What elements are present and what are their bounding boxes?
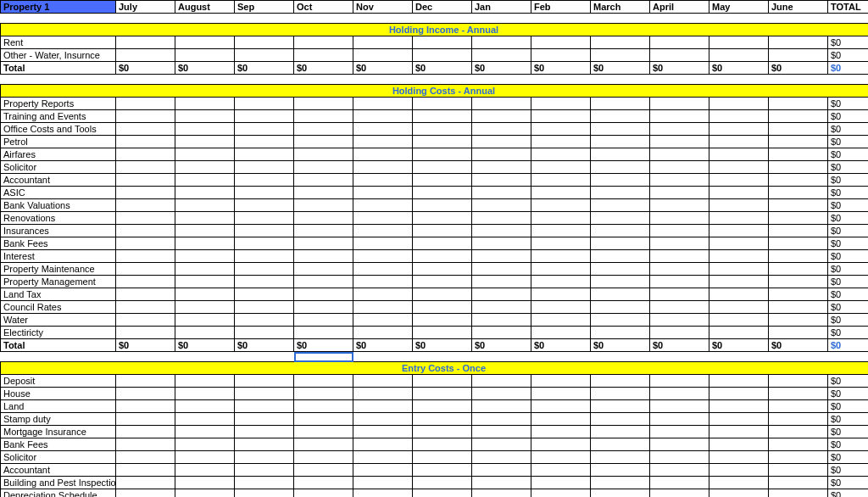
data-cell[interactable] (591, 464, 650, 477)
row-label[interactable]: Deposit (1, 375, 116, 388)
data-cell[interactable] (531, 148, 591, 161)
data-cell[interactable] (235, 199, 294, 212)
data-cell[interactable] (116, 301, 175, 314)
row-total-cell[interactable]: $0 (828, 199, 869, 212)
data-cell[interactable] (591, 250, 650, 263)
data-cell[interactable] (294, 438, 353, 451)
data-cell[interactable] (294, 489, 353, 498)
data-cell[interactable] (650, 110, 709, 123)
row-total-cell[interactable]: $0 (828, 187, 869, 199)
data-cell[interactable] (353, 400, 413, 413)
data-cell[interactable] (709, 489, 769, 498)
data-cell[interactable] (472, 375, 531, 388)
month-header-cell[interactable]: May (709, 1, 769, 14)
data-cell[interactable] (591, 161, 650, 174)
data-cell[interactable] (531, 426, 591, 438)
grand-total-cell[interactable]: $0 (828, 339, 869, 352)
data-cell[interactable] (531, 327, 591, 339)
month-header-cell[interactable]: Jan (472, 1, 531, 14)
data-cell[interactable] (531, 413, 591, 426)
data-cell[interactable] (413, 161, 472, 174)
data-cell[interactable] (709, 49, 769, 62)
row-label[interactable]: Office Costs and Tools (1, 123, 116, 136)
data-cell[interactable] (650, 98, 709, 110)
data-cell[interactable] (413, 49, 472, 62)
data-cell[interactable] (116, 276, 175, 288)
data-cell[interactable] (116, 148, 175, 161)
row-total-cell[interactable]: $0 (828, 110, 869, 123)
row-total-cell[interactable]: $0 (828, 314, 869, 327)
data-cell[interactable] (116, 161, 175, 174)
data-cell[interactable] (769, 327, 828, 339)
data-cell[interactable] (591, 123, 650, 136)
row-total-cell[interactable]: $0 (828, 263, 869, 276)
data-cell[interactable] (769, 136, 828, 148)
month-header-cell[interactable]: Oct (294, 1, 353, 14)
data-cell[interactable] (472, 388, 531, 400)
row-label[interactable]: Airfares (1, 148, 116, 161)
data-cell[interactable] (650, 464, 709, 477)
data-cell[interactable] (294, 426, 353, 438)
empty-cell[interactable] (175, 352, 235, 362)
data-cell[interactable] (116, 288, 175, 301)
total-cell[interactable]: $0 (650, 62, 709, 75)
data-cell[interactable] (531, 110, 591, 123)
data-cell[interactable] (235, 250, 294, 263)
data-cell[interactable] (591, 477, 650, 489)
data-cell[interactable] (769, 225, 828, 237)
month-header-cell[interactable]: Feb (531, 1, 591, 14)
data-cell[interactable] (709, 110, 769, 123)
data-cell[interactable] (294, 276, 353, 288)
month-header-cell[interactable]: Dec (413, 1, 472, 14)
data-cell[interactable] (591, 110, 650, 123)
data-cell[interactable] (531, 98, 591, 110)
empty-cell[interactable] (413, 352, 472, 362)
data-cell[interactable] (294, 314, 353, 327)
data-cell[interactable] (116, 36, 175, 49)
data-cell[interactable] (769, 263, 828, 276)
data-cell[interactable] (175, 123, 235, 136)
data-cell[interactable] (235, 212, 294, 225)
data-cell[interactable] (769, 199, 828, 212)
data-cell[interactable] (175, 187, 235, 199)
data-cell[interactable] (591, 301, 650, 314)
data-cell[interactable] (472, 212, 531, 225)
data-cell[interactable] (175, 161, 235, 174)
data-cell[interactable] (650, 225, 709, 237)
data-cell[interactable] (769, 400, 828, 413)
total-header-cell[interactable]: TOTAL (828, 1, 869, 14)
data-cell[interactable] (235, 174, 294, 187)
row-label[interactable]: Property Reports (1, 98, 116, 110)
data-cell[interactable] (769, 477, 828, 489)
data-cell[interactable] (235, 464, 294, 477)
row-total-cell[interactable]: $0 (828, 327, 869, 339)
data-cell[interactable] (235, 388, 294, 400)
data-cell[interactable] (175, 489, 235, 498)
data-cell[interactable] (650, 426, 709, 438)
data-cell[interactable] (413, 464, 472, 477)
data-cell[interactable] (235, 327, 294, 339)
data-cell[interactable] (353, 477, 413, 489)
data-cell[interactable] (531, 314, 591, 327)
data-cell[interactable] (591, 98, 650, 110)
data-cell[interactable] (709, 98, 769, 110)
data-cell[interactable] (709, 237, 769, 250)
data-cell[interactable] (709, 161, 769, 174)
data-cell[interactable] (531, 477, 591, 489)
empty-cell[interactable] (353, 352, 413, 362)
data-cell[interactable] (235, 225, 294, 237)
data-cell[interactable] (294, 301, 353, 314)
total-cell[interactable]: $0 (650, 339, 709, 352)
data-cell[interactable] (353, 174, 413, 187)
data-cell[interactable] (175, 136, 235, 148)
empty-cell[interactable] (828, 352, 869, 362)
data-cell[interactable] (650, 400, 709, 413)
data-cell[interactable] (353, 187, 413, 199)
data-cell[interactable] (472, 237, 531, 250)
data-cell[interactable] (294, 237, 353, 250)
data-cell[interactable] (294, 400, 353, 413)
data-cell[interactable] (472, 301, 531, 314)
data-cell[interactable] (650, 276, 709, 288)
row-label[interactable]: Property Management (1, 276, 116, 288)
data-cell[interactable] (709, 327, 769, 339)
